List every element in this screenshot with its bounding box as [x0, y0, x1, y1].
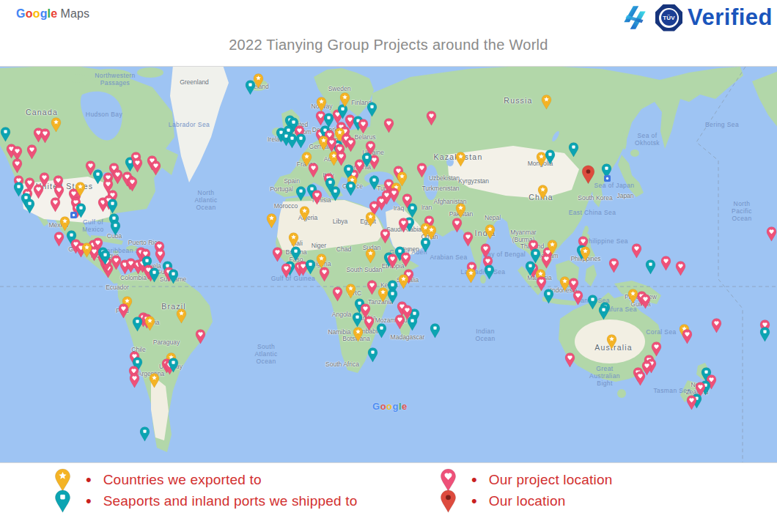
- project-location-pin[interactable]: [129, 373, 140, 388]
- seaport-pin[interactable]: [139, 426, 150, 442]
- harbor-icon[interactable]: [70, 212, 77, 218]
- seaport-pin[interactable]: [543, 289, 554, 304]
- project-location-pin[interactable]: [312, 190, 323, 205]
- seaport-pin[interactable]: [100, 250, 111, 265]
- seaport-pin[interactable]: [168, 358, 179, 373]
- project-location-pin[interactable]: [308, 163, 319, 178]
- seaport-pin[interactable]: [369, 175, 380, 191]
- seaport-pin[interactable]: [484, 265, 495, 280]
- seaport-pin[interactable]: [305, 259, 316, 275]
- export-country-pin[interactable]: [537, 185, 548, 200]
- export-country-pin[interactable]: [580, 246, 591, 262]
- project-location-pin[interactable]: [150, 160, 161, 176]
- seaport-pin[interactable]: [168, 269, 179, 284]
- seaport-pin[interactable]: [430, 323, 441, 339]
- project-location-pin[interactable]: [426, 111, 437, 126]
- export-country-pin[interactable]: [81, 243, 92, 258]
- project-location-pin[interactable]: [332, 287, 343, 302]
- seaport-pin[interactable]: [24, 199, 35, 214]
- project-location-pin[interactable]: [572, 290, 583, 306]
- project-location-pin[interactable]: [364, 316, 375, 331]
- project-location-pin[interactable]: [711, 318, 722, 333]
- project-location-pin[interactable]: [358, 119, 369, 134]
- seaport-pin[interactable]: [598, 305, 609, 320]
- project-location-pin[interactable]: [50, 197, 61, 213]
- seaport-pin[interactable]: [361, 152, 372, 168]
- export-country-pin[interactable]: [365, 248, 376, 264]
- project-location-pin[interactable]: [608, 258, 619, 273]
- project-location-pin[interactable]: [398, 218, 409, 233]
- project-location-pin[interactable]: [26, 144, 37, 160]
- seaport-pin[interactable]: [376, 323, 387, 339]
- project-location-pin[interactable]: [640, 294, 651, 309]
- project-location-pin[interactable]: [416, 163, 427, 178]
- export-country-pin[interactable]: [288, 232, 299, 248]
- project-location-pin[interactable]: [132, 158, 143, 173]
- export-country-pin[interactable]: [455, 152, 466, 167]
- project-location-pin[interactable]: [541, 254, 552, 269]
- export-country-pin[interactable]: [365, 212, 376, 227]
- project-location-pin[interactable]: [319, 267, 330, 282]
- export-country-pin[interactable]: [485, 224, 496, 240]
- seaport-pin[interactable]: [525, 261, 536, 276]
- export-country-pin[interactable]: [316, 97, 327, 112]
- project-location-pin[interactable]: [682, 329, 693, 344]
- project-location-pin[interactable]: [635, 371, 646, 386]
- seaport-pin[interactable]: [367, 347, 378, 363]
- project-location-pin[interactable]: [675, 261, 686, 276]
- project-location-pin[interactable]: [367, 280, 378, 295]
- seaport-pin[interactable]: [568, 142, 579, 158]
- seaport-pin[interactable]: [367, 102, 378, 117]
- export-country-pin[interactable]: [339, 92, 350, 108]
- export-country-pin[interactable]: [378, 287, 388, 303]
- project-location-pin[interactable]: [383, 118, 394, 133]
- seaport-pin[interactable]: [645, 259, 656, 275]
- export-country-pin[interactable]: [353, 327, 364, 342]
- seaport-pin[interactable]: [132, 317, 143, 332]
- seaport-pin[interactable]: [295, 133, 306, 149]
- seaport-pin[interactable]: [0, 127, 11, 142]
- seaport-pin[interactable]: [420, 237, 431, 253]
- export-country-pin[interactable]: [266, 213, 277, 229]
- seaport-pin[interactable]: [407, 316, 418, 331]
- seaport-pin[interactable]: [325, 177, 336, 193]
- export-country-pin[interactable]: [176, 309, 187, 324]
- project-location-pin[interactable]: [463, 232, 474, 247]
- export-country-pin[interactable]: [547, 240, 558, 255]
- seaport-pin[interactable]: [759, 327, 770, 342]
- seaport-pin[interactable]: [76, 203, 86, 218]
- seaport-pin[interactable]: [352, 312, 363, 328]
- harbor-icon[interactable]: [604, 175, 611, 182]
- seaport-pin[interactable]: [149, 267, 160, 283]
- project-location-pin[interactable]: [400, 252, 411, 267]
- seaport-pin[interactable]: [245, 80, 256, 95]
- project-location-pin[interactable]: [54, 232, 65, 247]
- export-country-pin[interactable]: [299, 206, 310, 221]
- project-location-pin[interactable]: [766, 226, 777, 242]
- export-country-pin[interactable]: [345, 284, 356, 299]
- project-location-pin[interactable]: [380, 229, 391, 244]
- world-map[interactable]: CanadaUnited StatesMexicoGuatemalaNicara…: [0, 66, 777, 463]
- project-location-pin[interactable]: [564, 352, 575, 368]
- project-location-pin[interactable]: [118, 303, 129, 319]
- export-country-pin[interactable]: [455, 203, 466, 218]
- project-location-pin[interactable]: [631, 243, 642, 259]
- project-location-pin[interactable]: [281, 263, 292, 278]
- project-location-pin[interactable]: [345, 137, 356, 152]
- seaport-pin[interactable]: [290, 246, 301, 262]
- export-country-pin[interactable]: [144, 316, 155, 331]
- project-location-pin[interactable]: [40, 128, 51, 144]
- export-country-pin[interactable]: [51, 117, 62, 133]
- project-location-pin[interactable]: [195, 329, 206, 344]
- google-maps-logo[interactable]: Google Maps: [16, 7, 89, 21]
- project-location-pin[interactable]: [452, 218, 463, 233]
- our-location-pin[interactable]: [581, 165, 595, 185]
- project-location-pin[interactable]: [660, 256, 671, 271]
- seaport-pin[interactable]: [587, 295, 598, 310]
- export-country-pin[interactable]: [541, 95, 552, 110]
- export-country-pin[interactable]: [627, 289, 638, 304]
- project-location-pin[interactable]: [402, 193, 413, 209]
- seaport-pin[interactable]: [92, 169, 103, 185]
- project-location-pin[interactable]: [388, 188, 399, 203]
- seaport-pin[interactable]: [107, 199, 118, 214]
